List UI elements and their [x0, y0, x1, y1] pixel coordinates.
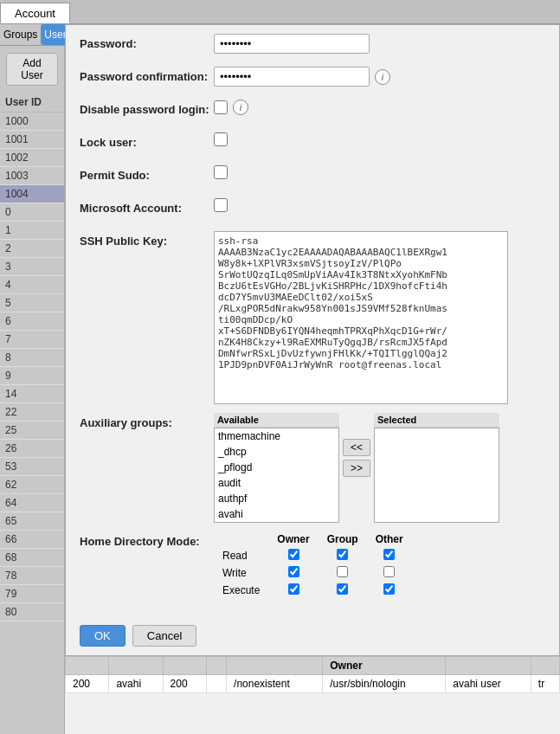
- user-form-modal: Password: Password confirmation: i Disab…: [65, 24, 560, 656]
- available-item-_pflogd[interactable]: _pflogd: [215, 460, 338, 475]
- password-confirm-input[interactable]: [214, 67, 370, 87]
- available-item-_dhcp[interactable]: _dhcp: [215, 444, 338, 460]
- microsoft-account-control: [214, 198, 545, 212]
- permit-sudo-control: [214, 165, 545, 179]
- form-body: Password: Password confirmation: i Disab…: [66, 25, 559, 616]
- sidebar-item-1002[interactable]: 1002: [0, 149, 64, 167]
- auxiliary-groups-label: Auxiliary groups:: [80, 413, 214, 429]
- sidebar-tab-groups[interactable]: Groups: [0, 24, 41, 45]
- mode-execute-owner-checkbox[interactable]: [288, 583, 299, 595]
- sidebar-item-26[interactable]: 26: [0, 440, 64, 458]
- selected-header: Selected: [374, 413, 499, 428]
- sidebar-item-79[interactable]: 79: [0, 585, 64, 603]
- password-confirm-control: i: [214, 67, 545, 87]
- mode-row-read: Read: [214, 547, 412, 564]
- sidebar-item-1003[interactable]: 1003: [0, 167, 64, 185]
- sidebar-item-22[interactable]: 22: [0, 403, 64, 422]
- mode-write-group-checkbox[interactable]: [337, 566, 348, 577]
- home-directory-label: Home Directory Mode:: [80, 531, 214, 548]
- sidebar-item-65[interactable]: 65: [0, 512, 64, 531]
- bottom-header-1: [109, 657, 163, 675]
- sidebar-tab-bar: Groups Users: [0, 24, 64, 46]
- disable-password-label: Disable password login:: [80, 100, 214, 116]
- sidebar-item-14[interactable]: 14: [0, 385, 64, 403]
- bottom-cell-4: /nonexistent: [227, 675, 323, 693]
- bottom-cell-6: avahi user: [446, 675, 531, 693]
- sidebar-item-68[interactable]: 68: [0, 549, 64, 567]
- sidebar-item-1001[interactable]: 1001: [0, 131, 64, 149]
- mode-read-group-checkbox[interactable]: [337, 549, 348, 560]
- sidebar-item-78[interactable]: 78: [0, 567, 64, 585]
- ssh-key-textarea[interactable]: [214, 231, 508, 404]
- mode-row-write: Write: [214, 564, 412, 582]
- microsoft-account-row: Microsoft Account:: [80, 198, 545, 222]
- password-confirm-label: Password confirmation:: [80, 67, 214, 83]
- sidebar-item-5[interactable]: 5: [0, 294, 64, 312]
- sidebar-item-64[interactable]: 64: [0, 494, 64, 512]
- available-list[interactable]: thmemachine_dhcp_pflogdauditauthpfavahib…: [214, 428, 339, 523]
- password-input[interactable]: [214, 34, 370, 54]
- disable-password-control: i: [214, 100, 545, 115]
- cancel-button[interactable]: Cancel: [132, 625, 196, 647]
- mode-table: Owner Group Other ReadWriteExecute: [214, 531, 412, 599]
- ok-button[interactable]: OK: [80, 625, 126, 647]
- selected-list[interactable]: [374, 428, 499, 523]
- sidebar-item-8[interactable]: 8: [0, 349, 64, 367]
- permit-sudo-row: Permit Sudo:: [80, 165, 545, 190]
- available-item-authpf[interactable]: authpf: [215, 491, 338, 506]
- add-user-button[interactable]: Add User: [6, 53, 58, 86]
- sidebar-item-4[interactable]: 4: [0, 276, 64, 294]
- bottom-header-6: [446, 657, 531, 675]
- password-label: Password:: [80, 34, 214, 50]
- sidebar-item-0[interactable]: 0: [0, 203, 64, 222]
- main-content: Password: Password confirmation: i Disab…: [65, 24, 560, 734]
- transfer-right-button[interactable]: >>: [343, 460, 370, 477]
- sidebar-list: 1000100110021003100401234567891422252653…: [0, 113, 64, 734]
- tab-account[interactable]: Account: [0, 3, 70, 23]
- mode-col-other: Other: [367, 531, 412, 547]
- mode-write-other-checkbox[interactable]: [383, 566, 395, 577]
- lock-user-checkbox[interactable]: [214, 132, 228, 146]
- sidebar-item-1000[interactable]: 1000: [0, 113, 64, 131]
- bottom-cell-5: /usr/sbin/nologin: [323, 675, 446, 693]
- mode-read-other-checkbox[interactable]: [383, 549, 395, 560]
- bottom-header-5: Owner: [323, 657, 446, 675]
- transfer-left-button[interactable]: <<: [343, 439, 370, 456]
- sidebar-item-25[interactable]: 25: [0, 422, 64, 440]
- sidebar-item-9[interactable]: 9: [0, 367, 64, 385]
- sidebar-item-2[interactable]: 2: [0, 240, 64, 258]
- permit-sudo-checkbox[interactable]: [214, 165, 228, 179]
- sidebar-item-7[interactable]: 7: [0, 331, 64, 349]
- sidebar-item-1004[interactable]: 1004: [0, 185, 64, 203]
- sidebar-item-66[interactable]: 66: [0, 531, 64, 549]
- available-item-thmemachine[interactable]: thmemachine: [215, 428, 338, 444]
- sidebar-item-80[interactable]: 80: [0, 603, 64, 621]
- ssh-key-row: SSH Public Key:: [80, 231, 545, 404]
- mode-execute-other-checkbox[interactable]: [383, 583, 395, 595]
- mode-execute-group-checkbox[interactable]: [337, 583, 348, 595]
- mode-label-execute: Execute: [214, 582, 268, 599]
- available-item-avahi[interactable]: avahi: [215, 506, 338, 522]
- bottom-header-4: [227, 657, 323, 675]
- available-item-audit[interactable]: audit: [215, 475, 338, 491]
- disable-password-info-icon[interactable]: i: [233, 100, 248, 115]
- mode-read-owner-checkbox[interactable]: [288, 549, 299, 560]
- sidebar-item-6[interactable]: 6: [0, 312, 64, 331]
- sidebar-item-3[interactable]: 3: [0, 258, 64, 276]
- ssh-key-label: SSH Public Key:: [80, 231, 214, 248]
- available-item-bin[interactable]: bin: [215, 522, 338, 523]
- auxiliary-groups-row: Auxiliary groups: Available thmemachine_…: [80, 413, 545, 523]
- sidebar-item-53[interactable]: 53: [0, 458, 64, 476]
- microsoft-account-checkbox[interactable]: [214, 198, 228, 212]
- password-confirm-info-icon[interactable]: i: [375, 69, 390, 85]
- sidebar-item-62[interactable]: 62: [0, 476, 64, 494]
- disable-password-checkbox[interactable]: [214, 100, 228, 114]
- bottom-header-0: [66, 657, 109, 675]
- lock-user-label: Lock user:: [80, 132, 214, 149]
- bottom-header-7: [531, 657, 559, 675]
- bottom-cell-2: 200: [163, 675, 206, 693]
- aux-groups-container: Available thmemachine_dhcp_pflogdauditau…: [214, 413, 545, 523]
- sidebar: Groups Users Add User User ID 1000100110…: [0, 24, 65, 734]
- mode-write-owner-checkbox[interactable]: [288, 566, 299, 577]
- sidebar-item-1[interactable]: 1: [0, 222, 64, 240]
